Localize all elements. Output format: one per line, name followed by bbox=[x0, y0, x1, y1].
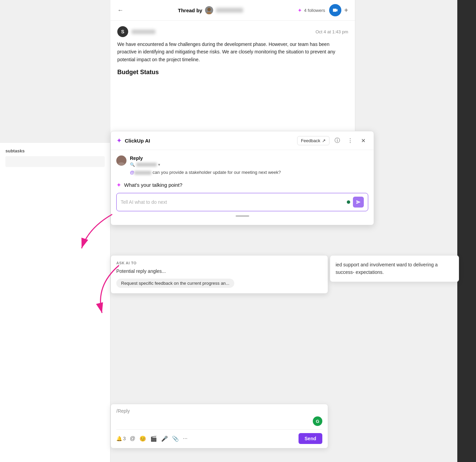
ai-send-button[interactable] bbox=[353, 197, 364, 208]
spark-icon: ✦ bbox=[298, 7, 302, 14]
left-sidebar-content: subtasks bbox=[0, 143, 110, 175]
close-button[interactable]: ✕ bbox=[358, 135, 368, 146]
status-dot bbox=[347, 200, 350, 204]
more-icon: ⋮ bbox=[347, 137, 353, 144]
close-icon: ✕ bbox=[361, 137, 366, 144]
feedback-label: Feedback bbox=[301, 138, 320, 143]
search-icon: 🔍 bbox=[130, 162, 135, 167]
reply-label: Reply bbox=[130, 155, 368, 161]
clickup-ai-spark-icon: ✦ bbox=[116, 136, 122, 145]
bell-count-value: 3 bbox=[123, 436, 126, 441]
reply-section: Reply 🔍 ▾ @ can you provide a stakeholde… bbox=[116, 155, 368, 176]
emoji-icon[interactable]: 😊 bbox=[139, 435, 146, 442]
ai-question-spark-icon: ✦ bbox=[116, 181, 121, 189]
info-button[interactable]: ⓘ bbox=[332, 135, 342, 146]
thread-user-avatar bbox=[205, 6, 213, 14]
plus-button[interactable]: + bbox=[344, 6, 348, 14]
svg-point-0 bbox=[207, 8, 211, 11]
followers-count: 4 followers bbox=[304, 8, 325, 13]
mic-icon[interactable]: 🎤 bbox=[161, 435, 168, 442]
reply-editor-bottom: G bbox=[116, 416, 322, 426]
thread-title: Thread by bbox=[128, 6, 293, 14]
thread-user-name bbox=[216, 8, 243, 13]
message-heading: Budget Status bbox=[117, 69, 348, 76]
ask-ai-label: ASK AI TO bbox=[116, 261, 322, 265]
followers-button[interactable]: ✦ 4 followers bbox=[298, 7, 325, 14]
suggestion-chip[interactable]: Request specific feedback on the current… bbox=[116, 279, 234, 288]
thread-header: ← Thread by ✦ 4 followers + bbox=[111, 0, 355, 21]
suggestion-item-1[interactable]: Potential reply angles... bbox=[116, 268, 322, 274]
reply-user-row: 🔍 ▾ bbox=[130, 162, 368, 167]
attach-icon[interactable]: 📎 bbox=[172, 435, 179, 442]
external-link-icon: ↗ bbox=[322, 138, 326, 143]
left-sidebar: subtasks bbox=[0, 143, 111, 462]
thread-actions: + bbox=[329, 4, 348, 16]
svg-point-1 bbox=[206, 12, 212, 14]
zoom-button[interactable] bbox=[329, 4, 341, 16]
video-icon[interactable]: 🎬 bbox=[150, 435, 157, 442]
ai-input-row[interactable] bbox=[116, 193, 368, 211]
right-sidebar bbox=[457, 0, 476, 462]
reply-message-body: can you provide a stakeholder update for… bbox=[153, 170, 281, 175]
reply-message-text: @ can you provide a stakeholder update f… bbox=[130, 169, 368, 176]
mention-username bbox=[134, 171, 151, 175]
reply-user-avatar bbox=[116, 155, 126, 166]
more-button[interactable]: ⋮ bbox=[345, 135, 355, 146]
ai-question-text: What's your talking point? bbox=[124, 182, 182, 188]
ai-panel-title: ClickUp AI bbox=[125, 138, 294, 144]
back-button[interactable]: ← bbox=[117, 7, 123, 14]
message-body: We have encountered a few challenges dur… bbox=[117, 40, 348, 63]
grammarly-icon: G bbox=[313, 416, 322, 426]
ai-panel-body: Reply 🔍 ▾ @ can you provide a stakeholde… bbox=[111, 150, 374, 225]
ai-panel-header: ✦ ClickUp AI Feedback ↗ ⓘ ⋮ ✕ bbox=[111, 131, 374, 150]
bell-notification[interactable]: 🔔 3 bbox=[116, 436, 126, 441]
send-button[interactable]: Send bbox=[299, 433, 322, 444]
more-options-icon[interactable]: ··· bbox=[183, 435, 187, 442]
reply-content: Reply 🔍 ▾ @ can you provide a stakeholde… bbox=[130, 155, 368, 176]
scrollbar-area bbox=[116, 215, 368, 217]
thread-title-text: Thread by bbox=[178, 7, 202, 13]
thread-panel: ← Thread by ✦ 4 followers + S Oct 4 at 1… bbox=[111, 0, 355, 143]
svg-point-2 bbox=[119, 157, 124, 162]
subtasks-label: subtasks bbox=[5, 148, 105, 153]
chevron-down-icon[interactable]: ▾ bbox=[158, 162, 160, 167]
message-meta: S Oct 4 at 1:43 pm bbox=[117, 26, 348, 37]
message-sender-name bbox=[132, 30, 155, 34]
bell-icon: 🔔 bbox=[116, 436, 122, 441]
ai-question: ✦ What's your talking point? bbox=[116, 181, 368, 189]
thread-message: S Oct 4 at 1:43 pm We have encountered a… bbox=[111, 21, 355, 81]
editor-toolbar: 🔔 3 @ 😊 🎬 🎤 📎 ··· Send bbox=[116, 429, 322, 444]
mention-icon[interactable]: @ bbox=[130, 435, 135, 442]
message-avatar: S bbox=[117, 26, 128, 37]
svg-point-3 bbox=[118, 162, 125, 166]
reply-username bbox=[136, 163, 157, 167]
continuation-panel: ied support and involvement ward to deli… bbox=[330, 255, 459, 282]
subtask-item[interactable] bbox=[5, 156, 105, 167]
ask-ai-panel: ASK AI TO Potential reply angles... Requ… bbox=[111, 255, 328, 294]
feedback-button[interactable]: Feedback ↗ bbox=[297, 136, 329, 145]
scrollbar-thumb bbox=[236, 215, 249, 217]
info-icon: ⓘ bbox=[335, 137, 340, 144]
ai-panel: ✦ ClickUp AI Feedback ↗ ⓘ ⋮ ✕ Reply 🔍 bbox=[111, 131, 374, 225]
ai-input-field[interactable] bbox=[121, 199, 347, 205]
message-timestamp: Oct 4 at 1:43 pm bbox=[316, 29, 348, 34]
reply-editor: /Reply G 🔔 3 @ 😊 🎬 🎤 📎 ··· Send bbox=[111, 404, 328, 448]
reply-editor-placeholder: /Reply bbox=[116, 408, 322, 414]
